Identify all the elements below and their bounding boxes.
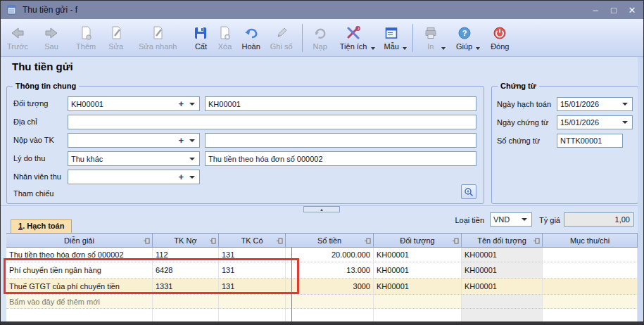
add-new-icon[interactable]: + (178, 135, 184, 146)
cell-so-tien[interactable]: 20.000.000 (286, 248, 374, 262)
cell-dien-giai[interactable]: Thuế GTGT của phí chuyển tiền (6, 279, 153, 295)
dia-chi-input[interactable] (68, 115, 476, 129)
save-floppy-icon (194, 25, 208, 42)
quick-edit-button[interactable]: Sửa nhanh (137, 20, 179, 56)
column-header[interactable]: Diễn giải (6, 234, 153, 248)
template-button[interactable]: Mẫu (382, 20, 401, 56)
utilities-button[interactable]: Tiện ích (338, 20, 370, 56)
cell-muc-thu-chi[interactable] (543, 262, 638, 279)
chevron-down-icon[interactable] (189, 158, 195, 160)
edit-button[interactable]: Sửa (106, 20, 125, 56)
chevron-down-icon[interactable] (522, 218, 527, 221)
save-button[interactable]: Cất (191, 20, 210, 56)
chevron-down-icon[interactable] (622, 103, 628, 106)
cell-doi-tuong[interactable]: KH00001 (374, 248, 462, 262)
table-row[interactable]: Phí chuyển tiền ngân hàng 6428 131 13.00… (6, 262, 638, 279)
pin-icon[interactable] (453, 237, 459, 246)
utilities-dropdown[interactable] (370, 26, 377, 50)
cell-muc-thu-chi[interactable] (543, 279, 638, 295)
print-button[interactable]: In (422, 20, 440, 56)
add-new-row-label[interactable]: Bấm vào đây để thêm mới (6, 295, 153, 309)
loai-tien-combo[interactable]: VND (490, 212, 532, 227)
chevron-down-icon[interactable] (189, 103, 195, 106)
cell-empty[interactable] (219, 295, 286, 309)
help-dropdown[interactable] (474, 26, 481, 50)
undo-button[interactable]: Hoàn (239, 20, 262, 56)
add-new-row[interactable]: Bấm vào đây để thêm mới (6, 295, 638, 309)
magnifier-icon (464, 187, 474, 197)
post-button[interactable]: Ghi sổ (268, 20, 295, 56)
cell-empty (462, 295, 543, 309)
maximize-button[interactable]: □ (607, 5, 621, 15)
print-dropdown[interactable] (440, 26, 447, 50)
add-new-icon[interactable]: + (178, 98, 184, 109)
cell-empty (462, 309, 543, 323)
cell-empty[interactable] (543, 295, 638, 309)
ngay-chung-tu-label: Ngày chứng từ (497, 118, 548, 127)
cell-tk-no[interactable]: 1331 (153, 279, 219, 295)
add-new-icon[interactable]: + (178, 172, 184, 182)
chevron-down-icon[interactable] (622, 121, 628, 124)
nhan-vien-thu-combo[interactable]: + (68, 170, 200, 184)
nop-vao-tk-name-input[interactable] (205, 133, 476, 148)
table-row[interactable]: Thu tiền theo hóa đơn số 000002 112 131 … (6, 248, 638, 262)
close-button[interactable]: Đóng (488, 20, 511, 56)
so-chung-tu-input[interactable]: NTTK00001 (557, 134, 623, 148)
chevron-down-icon[interactable] (189, 139, 195, 142)
delete-button[interactable]: Xóa (215, 20, 234, 56)
cell-tk-no[interactable]: 6428 (153, 262, 219, 279)
toolbar-separator (412, 24, 413, 52)
titlebar: Thu tiền gửi - f – □ ✕ (1, 1, 643, 19)
cell-tk-co[interactable]: 131 (219, 279, 286, 295)
table-row-current[interactable]: Thuế GTGT của phí chuyển tiền 1331 131 3… (6, 279, 638, 295)
template-dropdown[interactable] (401, 26, 408, 50)
column-header[interactable]: Tên đối tượng (462, 234, 543, 248)
pin-icon[interactable] (210, 237, 216, 246)
column-header[interactable]: Số tiền (286, 234, 374, 248)
doi-tuong-combo[interactable]: KH00001 + (68, 96, 200, 111)
cell-tk-co[interactable]: 131 (219, 262, 286, 279)
cell-empty[interactable] (374, 295, 462, 309)
close-window-button[interactable]: ✕ (625, 5, 639, 15)
pencil-icon (274, 25, 289, 42)
next-button[interactable]: Sau (42, 20, 61, 56)
ly-do-thu-detail-input[interactable]: Thu tiền theo hóa đơn số 000002 (205, 151, 476, 166)
add-button[interactable]: Thêm (74, 20, 98, 56)
column-header[interactable]: Đối tượng (374, 234, 462, 248)
nop-vao-tk-combo[interactable]: + (68, 133, 200, 148)
cell-empty (286, 309, 374, 323)
column-header[interactable]: Mục thu/chi (543, 234, 638, 248)
pin-icon[interactable] (365, 237, 371, 246)
chevron-down-icon[interactable] (189, 176, 195, 179)
help-button[interactable]: ? Giúp (454, 20, 474, 56)
ngay-hach-toan-picker[interactable]: 15/01/2026 (557, 97, 633, 111)
pin-icon[interactable] (533, 237, 540, 246)
cell-dien-giai[interactable]: Thu tiền theo hóa đơn số 000002 (6, 248, 153, 262)
minimize-button[interactable]: – (588, 5, 602, 15)
refresh-button[interactable]: Nạp (311, 20, 329, 56)
cell-doi-tuong[interactable]: KH00001 (374, 279, 462, 295)
column-header[interactable]: TK Có (219, 234, 286, 248)
cell-so-tien[interactable]: 13.000 (286, 262, 374, 279)
cell-doi-tuong[interactable]: KH00001 (374, 262, 462, 279)
cell-empty[interactable] (153, 295, 219, 309)
pin-icon[interactable] (277, 237, 283, 246)
app-window: Thu tiền gửi - f – □ ✕ Trước Sau Thêm S (0, 0, 644, 325)
cell-muc-thu-chi[interactable] (543, 248, 638, 262)
column-header[interactable]: TK Nợ (153, 234, 219, 248)
cell-so-tien[interactable]: 3000 (286, 279, 374, 295)
cell-tk-no[interactable]: 112 (153, 248, 219, 262)
ngay-chung-tu-picker[interactable]: 15/01/2026 (557, 115, 633, 129)
ly-do-thu-combo[interactable]: Thu khác (68, 151, 200, 166)
pin-icon[interactable] (144, 237, 150, 246)
cell-tk-co[interactable]: 131 (219, 248, 286, 262)
collapse-splitter[interactable]: ▲ (303, 206, 340, 212)
cell-empty[interactable] (286, 295, 374, 309)
zoom-detail-button[interactable] (461, 184, 476, 199)
prev-button[interactable]: Trước (5, 20, 30, 56)
cell-dien-giai[interactable]: Phí chuyển tiền ngân hàng (6, 262, 153, 279)
doi-tuong-name-input[interactable]: KH00001 (205, 96, 476, 111)
empty-row (6, 309, 638, 323)
undo-arrow-icon (244, 25, 259, 42)
tab-hach-toan[interactable]: 1. Hạch toán (11, 219, 72, 233)
